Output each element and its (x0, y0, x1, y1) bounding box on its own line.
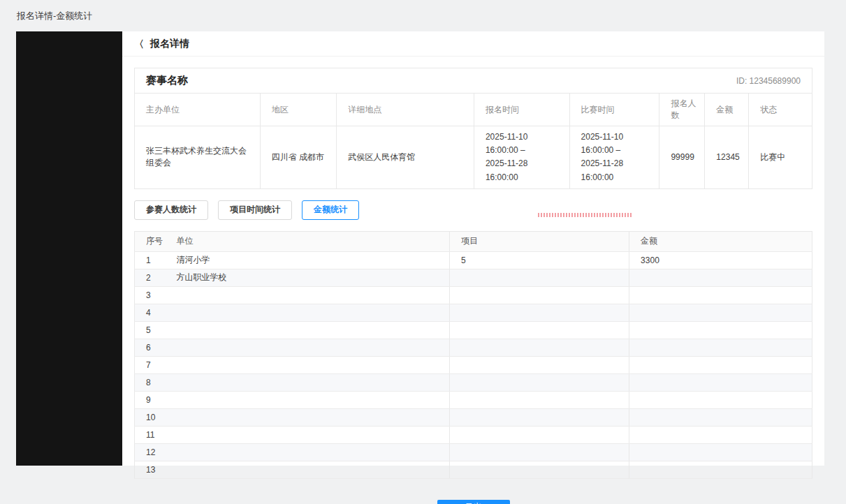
cell-unit (166, 391, 450, 408)
cell-index: 11 (135, 426, 166, 443)
sidebar (16, 31, 122, 466)
cell-index: 8 (135, 373, 166, 391)
cell-amount (629, 356, 812, 373)
cell-index: 1 (135, 251, 166, 269)
cell-index: 5 (135, 321, 166, 339)
cell-unit (166, 321, 450, 339)
table-row: 7 (135, 356, 812, 373)
event-address: 武侯区人民体育馆 (337, 126, 474, 188)
cell-project (450, 304, 629, 321)
cell-project (450, 373, 629, 391)
stats-col-amount: 金额 (629, 231, 812, 251)
cell-project (450, 286, 629, 304)
cell-amount: 3300 (629, 251, 812, 269)
table-row: 1 清河小学 5 3300 (135, 251, 812, 269)
tab-participant-count[interactable]: 参赛人数统计 (134, 200, 208, 220)
main-panel: 〈 报名详情 赛事名称 ID: 12345689900 主办单位 地区 详细地 (122, 31, 824, 466)
cell-index: 3 (135, 286, 166, 304)
cell-unit (166, 356, 450, 373)
export-button[interactable]: 导出 (437, 500, 510, 504)
event-col-status: 状态 (749, 94, 812, 126)
event-signup-count: 99999 (659, 126, 705, 188)
stats-table-body: 1 清河小学 5 3300 2 方山职业学校 3 (135, 251, 812, 478)
content-area: 赛事名称 ID: 12345689900 主办单位 地区 详细地点 报名时间 比… (122, 57, 824, 504)
export-row: 导出 (134, 500, 812, 504)
cell-amount (629, 426, 812, 443)
cell-index: 2 (135, 269, 166, 286)
table-row: 9 (135, 391, 812, 408)
stats-col-unit: 单位 (166, 231, 450, 251)
cell-project: 5 (450, 251, 629, 269)
cell-unit (166, 304, 450, 321)
table-row: 6 (135, 339, 812, 356)
tab-amount-stats[interactable]: 金额统计 (302, 200, 359, 220)
cell-project (450, 339, 629, 356)
cell-index: 7 (135, 356, 166, 373)
cell-project (450, 321, 629, 339)
stats-tabs: 参赛人数统计 项目时间统计 金额统计 (134, 200, 812, 220)
cell-index: 10 (135, 408, 166, 426)
event-col-match-time: 比赛时间 (569, 94, 659, 126)
cell-index: 4 (135, 304, 166, 321)
back-icon[interactable]: 〈 (134, 39, 144, 49)
cell-index: 13 (135, 461, 166, 478)
table-row: 8 (135, 373, 812, 391)
cell-project (450, 443, 629, 461)
cell-index: 12 (135, 443, 166, 461)
cell-unit: 清河小学 (166, 251, 450, 269)
cell-project (450, 391, 629, 408)
table-row: 11 (135, 426, 812, 443)
event-region: 四川省 成都市 (260, 126, 336, 188)
event-col-signup-time: 报名时间 (474, 94, 569, 126)
table-row: 4 (135, 304, 812, 321)
cell-index: 9 (135, 391, 166, 408)
event-col-amount: 金额 (705, 94, 749, 126)
event-info-table: 主办单位 地区 详细地点 报名时间 比赛时间 报名人数 金额 状态 张三丰杯武术… (135, 93, 812, 188)
amount-stats-table: 序号 单位 项目 金额 1 清河小学 5 3300 2 (134, 231, 812, 479)
topbar-title: 报名详情 (150, 38, 189, 50)
cell-project (450, 269, 629, 286)
event-header: 赛事名称 ID: 12345689900 (135, 68, 812, 93)
cell-amount (629, 269, 812, 286)
event-info-box: 赛事名称 ID: 12345689900 主办单位 地区 详细地点 报名时间 比… (134, 68, 812, 189)
table-row: 12 (135, 443, 812, 461)
page-title: 报名详情-金额统计 (17, 10, 92, 22)
event-signup-time: 2025-11-10 16:00:00 – 2025-11-28 16:00:0… (474, 126, 569, 188)
event-info-row: 张三丰杯武术养生交流大会组委会 四川省 成都市 武侯区人民体育馆 2025-11… (135, 126, 812, 188)
topbar: 〈 报名详情 (122, 31, 824, 57)
cell-amount (629, 408, 812, 426)
cell-amount (629, 286, 812, 304)
cell-amount (629, 461, 812, 478)
event-organizer: 张三丰杯武术养生交流大会组委会 (135, 126, 260, 188)
cell-project (450, 408, 629, 426)
cell-amount (629, 373, 812, 391)
cell-unit: 方山职业学校 (166, 269, 450, 286)
cell-unit (166, 373, 450, 391)
cell-project (450, 426, 629, 443)
event-col-address: 详细地点 (337, 94, 474, 126)
event-col-signup-count: 报名人数 (659, 94, 705, 126)
tab-project-time[interactable]: 项目时间统计 (218, 200, 292, 220)
table-row: 3 (135, 286, 812, 304)
cell-unit (166, 408, 450, 426)
cell-unit (166, 426, 450, 443)
event-id: ID: 12345689900 (736, 76, 801, 86)
cell-unit (166, 443, 450, 461)
table-row: 2 方山职业学校 (135, 269, 812, 286)
event-match-time: 2025-11-10 16:00:00 – 2025-11-28 16:00:0… (569, 126, 659, 188)
cell-unit (166, 339, 450, 356)
event-section-title: 赛事名称 (146, 74, 188, 87)
table-row: 10 (135, 408, 812, 426)
stats-table-header-row: 序号 单位 项目 金额 (135, 231, 812, 251)
event-col-region: 地区 (260, 94, 336, 126)
event-amount: 12345 (705, 126, 749, 188)
table-row: 13 (135, 461, 812, 478)
cell-project (450, 461, 629, 478)
cell-project (450, 356, 629, 373)
event-table-header-row: 主办单位 地区 详细地点 报名时间 比赛时间 报名人数 金额 状态 (135, 94, 812, 126)
table-row: 5 (135, 321, 812, 339)
cell-amount (629, 443, 812, 461)
event-col-organizer: 主办单位 (135, 94, 260, 126)
stats-col-index: 序号 (135, 231, 166, 251)
cell-amount (629, 391, 812, 408)
